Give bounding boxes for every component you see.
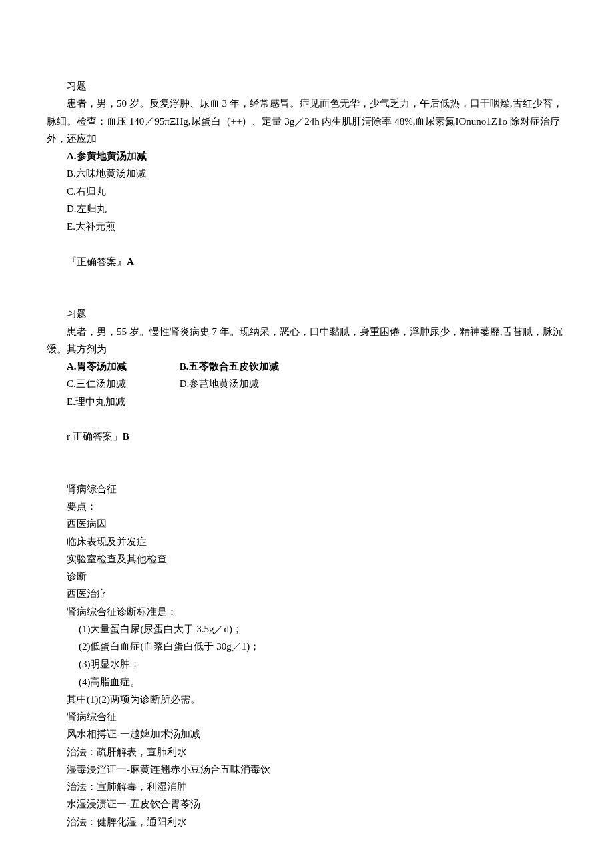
points-label: 要点：	[47, 498, 567, 515]
section-title: 肾病综合征	[47, 480, 567, 498]
q2-label: 习题	[47, 305, 567, 322]
q1-option-b: B.六味地黄汤加减	[47, 165, 567, 182]
q1-label: 习题	[47, 77, 567, 95]
q1-body: 患者，男，50 岁。反复浮肿、尿血 3 年，经常感冒。症见面色无华，少气乏力，午…	[47, 95, 567, 147]
section-title-2: 肾病综合征	[47, 708, 567, 725]
spacer	[47, 270, 567, 288]
q1-option-a: A.参黄地黄汤加减	[47, 147, 567, 165]
diag-label: 肾病综合征诊断标准是：	[47, 603, 567, 620]
q1-answer-value: A	[127, 256, 134, 267]
point-1: 西医病因	[47, 515, 567, 532]
remedy-1: 风水相搏证-一越婢加术汤加减	[47, 725, 567, 743]
point-4: 诊断	[47, 568, 567, 585]
q2-option-d: D.参芑地黄汤加减	[180, 375, 260, 392]
remedy-2: 湿毒浸淫证一-麻黄连翘赤小豆汤合五味消毒饮	[47, 761, 567, 778]
q2-options-row2: C.三仁汤加减 D.参芑地黄汤加减	[47, 375, 567, 392]
diag-2: (2)低蛋白血症(血浆白蛋白低于 30g／1)；	[47, 638, 567, 655]
q2-answer-value: B	[123, 431, 129, 442]
q1-option-d: D.左归丸	[47, 200, 567, 218]
q2-answer-label: r 正确答案」	[67, 431, 123, 442]
diag-note: 其中(1)(2)两项为诊断所必需。	[47, 691, 567, 708]
q1-option-e: E.大补元煎	[47, 218, 567, 235]
spacer	[47, 288, 567, 305]
diag-3: (3)明显水肿；	[47, 655, 567, 673]
q2-answer: r 正确答案」B	[47, 428, 567, 445]
point-2: 临床表现及并发症	[47, 533, 567, 550]
q2-option-b: B.五苓散合五皮饮加减	[180, 358, 279, 375]
point-3: 实验室检查及其他检查	[47, 550, 567, 568]
spacer	[47, 445, 567, 462]
q2-option-a: A.胃苓汤加减	[67, 358, 177, 375]
remedy-3: 水湿浸渍证一-五皮饮合胃苓汤	[47, 795, 567, 813]
q2-option-c: C.三仁汤加减	[67, 375, 177, 392]
q2-options-row1: A.胃苓汤加减 B.五苓散合五皮饮加减	[47, 358, 567, 375]
spacer	[47, 410, 567, 428]
document-page: 习题 患者，男，50 岁。反复浮肿、尿血 3 年，经常感冒。症见面色无华，少气乏…	[0, 0, 614, 868]
q2-option-e: E.理中丸加减	[47, 393, 567, 410]
q1-answer: 『正确答案』A	[47, 253, 567, 270]
q2-body: 患者，男，55 岁。慢性肾炎病史 7 年。现纳呆，恶心，口中黏腻，身重困倦，浮肿…	[47, 323, 567, 358]
q1-option-c: C.右归丸	[47, 183, 567, 200]
remedy-3-treat: 治法：健脾化湿，通阳利水	[47, 813, 567, 831]
q1-answer-label: 『正确答案』	[67, 256, 127, 267]
diag-1: (1)大量蛋白尿(尿蛋白大于 3.5g／d)；	[47, 620, 567, 638]
spacer	[47, 463, 567, 480]
remedy-1-treat: 治法：疏肝解表，宣肺利水	[47, 743, 567, 761]
diag-4: (4)高脂血症。	[47, 673, 567, 691]
point-5: 西医治疗	[47, 585, 567, 602]
spacer	[47, 235, 567, 252]
remedy-2-treat: 治法：宣肺解毒，利湿消肿	[47, 778, 567, 795]
